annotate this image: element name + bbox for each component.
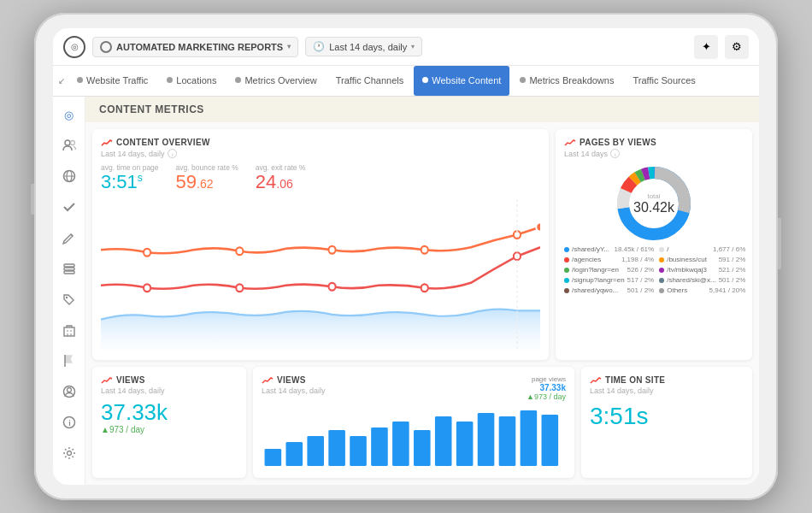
svg-text:i: i [615,152,616,157]
svg-point-24 [328,283,335,291]
tab-dot-metrics-overview [235,77,241,83]
content-panel: CONTENT METRICS CONTENT OVER [85,97,759,485]
svg-rect-11 [70,330,72,332]
svg-point-30 [421,246,428,254]
pages-name-7: /shared/ski@x... [667,276,715,284]
pages-row-9: Others 5,941 / 20% [659,286,745,294]
time-subtitle: Last 14 days, daily [590,386,744,395]
svg-rect-7 [64,271,74,274]
pages-row-8: /shared/yqwo... 501 / 2% [564,286,654,294]
back-arrow-icon[interactable]: ↙ [58,76,65,86]
svg-rect-47 [285,442,303,466]
trend-up-icon [101,139,113,147]
tab-label-locations: Locations [176,75,216,86]
pages-dot-5 [659,268,664,273]
time-trend-icon [590,376,602,385]
views1-title: VIEWS [101,375,238,385]
date-selector[interactable]: 🕐 Last 14 days, daily ▾ [305,37,422,56]
pages-row-6: /signup?langr=en 517 / 2% [564,276,654,284]
metric-bounce-rate: avg. bounce rate % 59.62 [176,163,238,192]
line-chart-area: Feb 26 Mar Mar 07 Mar 10 [101,199,540,351]
sidebar-icon-users[interactable] [60,136,79,155]
sidebar-icon-profile[interactable] [60,382,79,401]
bar-chart-svg [262,406,566,466]
pages-num-3: 591 / 2% [719,256,746,263]
pages-num-4: 526 / 2% [627,266,655,274]
views2-stats: page views 37.33k ▲973 / day [527,375,566,401]
bottom-row: VIEWS Last 14 days, daily 37.33k ▲973 / … [92,367,752,478]
tab-website-traffic[interactable]: Website Traffic [68,66,156,96]
pages-row-3: /business/cut 591 / 2% [659,256,745,263]
sidebar-icon-tag[interactable] [60,290,79,309]
sidebar-icon-info[interactable]: i [60,413,79,432]
tab-dot-website-content [422,77,428,83]
report-selector[interactable]: AUTOMATED MARKETING REPORTS ▾ [92,37,298,57]
pages-table: /shared/yY... 18.45k / 61% / 1,677 / 6% [564,245,744,296]
settings-button[interactable]: ⚙ [725,35,749,59]
cards-area: CONTENT OVERVIEW Last 14 days, daily i a… [85,122,759,485]
sidebar-icon-circle[interactable]: ◎ [60,105,79,124]
bar-chart-container [262,406,566,469]
top-bar: ◎ AUTOMATED MARKETING REPORTS ▾ 🕐 Last 1… [53,28,759,66]
tab-metrics-overview[interactable]: Metrics Overview [227,66,325,96]
pages-num-5: 521 / 2% [719,266,746,274]
svg-rect-55 [456,422,474,466]
sidebar-icon-layers[interactable] [60,259,79,278]
time-card-title: TIME ON SITE [590,375,744,385]
svg-rect-58 [521,410,538,466]
pages-dot-2 [564,257,569,262]
magic-wand-icon: ✦ [702,40,711,53]
pages-title-text: PAGES BY VIEWS [580,138,656,147]
tab-traffic-sources[interactable]: Traffic Sources [624,66,703,96]
sidebar-icon-globe[interactable] [60,167,79,186]
metric-time-value: 3:51s [101,172,159,192]
sidebar-icon-check[interactable] [60,198,79,216]
svg-point-32 [536,223,540,232]
donut-wrap: total 30.42k [615,165,692,242]
svg-rect-51 [371,428,388,466]
views1-trend-icon [101,376,113,385]
sidebar-icon-gear[interactable] [60,444,79,463]
pages-name-4: /login?langr=en [572,266,625,274]
sidebar-icon-flag[interactable] [60,351,79,370]
page-views-sub: ▲973 / day [527,392,566,401]
views-card-2: VIEWS Last 14 days, daily page views 37.… [253,367,574,478]
main-content: ◎ [53,97,759,485]
views2-subtitle-text: Last 14 days, daily [262,386,326,395]
pages-dot-1 [659,247,664,252]
sidebar-icon-edit[interactable] [60,228,79,247]
donut-container: total 30.42k [564,165,744,242]
tab-locations[interactable]: Locations [158,66,225,96]
svg-point-0 [65,140,70,145]
tab-website-content[interactable]: Website Content [414,66,509,96]
sidebar: ◎ [53,97,85,485]
time-on-site-card: TIME ON SITE Last 14 days, daily 3:51s [581,367,752,478]
report-selector-label: AUTOMATED MARKETING REPORTS [116,42,283,52]
tab-metrics-breakdowns[interactable]: Metrics Breakdowns [511,66,622,96]
pages-info-icon: i [610,149,620,158]
tab-traffic-channels[interactable]: Traffic Channels [327,66,412,96]
tab-label-metrics-breakdowns: Metrics Breakdowns [529,75,614,86]
overview-subtitle-text: Last 14 days, daily [101,150,165,158]
svg-point-16 [67,388,71,392]
svg-rect-10 [67,330,68,332]
overview-title-text: CONTENT OVERVIEW [116,138,210,147]
content-overview-card: CONTENT OVERVIEW Last 14 days, daily i a… [92,129,549,360]
sidebar-icon-building[interactable] [60,321,79,339]
page-views-label: page views [527,375,566,383]
svg-rect-9 [64,327,74,336]
tab-dot-locations [167,77,173,83]
pages-dot-0 [564,247,569,252]
donut-total-value: 30.42k [633,200,674,215]
pages-name-0: /shared/yY... [572,245,611,253]
date-chevron-icon: ▾ [411,43,415,50]
svg-point-1 [70,141,74,145]
pages-name-5: /tv/mbkwqaj3 [667,266,715,274]
svg-point-29 [328,246,335,254]
content-header: CONTENT METRICS [85,97,759,122]
svg-rect-53 [414,430,431,466]
magic-wand-button[interactable]: ✦ [694,35,718,59]
views1-title-text: VIEWS [116,375,145,385]
svg-point-28 [236,247,243,255]
tab-dot-website-traffic [77,77,83,83]
